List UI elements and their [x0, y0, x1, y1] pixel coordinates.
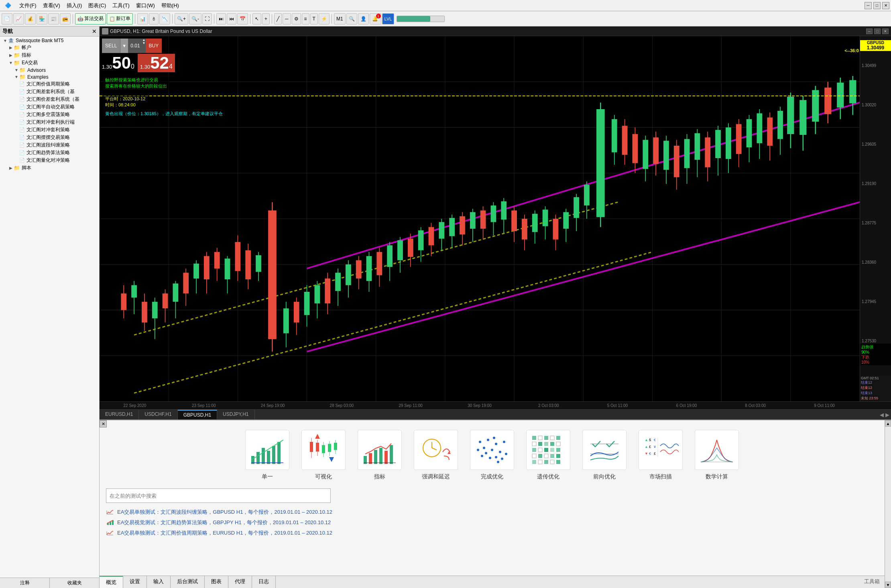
scroll-up-btn[interactable]: ▲	[885, 420, 891, 427]
buy-button[interactable]: BUY	[146, 39, 162, 53]
nav-broker[interactable]: ▼ 🏦 Swissquote Bank MT5	[1, 37, 98, 44]
bottom-tab-overview[interactable]: 概览	[100, 576, 123, 588]
nav-scripts[interactable]: ▶ 📁 脚本	[1, 164, 98, 172]
nav-ea-item-1[interactable]: 📄 文汇阁价值周期策略	[1, 80, 98, 88]
new-order-btn[interactable]: 📋 新订单	[107, 13, 133, 24]
crosshair-btn[interactable]: +	[262, 13, 270, 24]
menu-window[interactable]: 窗口(W)	[133, 1, 158, 10]
notification-btn[interactable]: 🔔1	[370, 13, 381, 24]
menu-insert[interactable]: 插入(I)	[63, 1, 85, 10]
nav-ea-item-3[interactable]: 📄 文汇阁价差套利系统（基	[1, 96, 98, 103]
news-btn[interactable]: 📰	[48, 13, 59, 24]
menu-tools[interactable]: 工具(T)	[109, 1, 133, 10]
nav-ea-item-7[interactable]: 📄 文汇阁对冲套利策略	[1, 126, 98, 134]
icon-cell-forward[interactable]: 前向优化	[582, 430, 627, 480]
bottom-tab-backend[interactable]: 后台测试	[171, 576, 205, 588]
icon-cell-math[interactable]: 数学计算	[695, 430, 739, 480]
sell-button[interactable]: SELL	[102, 39, 120, 53]
menu-help[interactable]: 帮助(H)	[158, 1, 182, 10]
time-label-1: 23 Sep 11:00	[169, 403, 238, 408]
window-maximize[interactable]: □	[873, 2, 881, 9]
bottom-tab-log[interactable]: 日志	[252, 576, 276, 588]
icon-cell-market[interactable]: ▲ $ € ▲ £ ¥ ▼ € £	[639, 430, 683, 480]
nav-ea-item-6[interactable]: 📄 文汇阁对冲套利执行端	[1, 118, 98, 126]
nav-tab-favorites[interactable]: 收藏夹	[50, 578, 99, 588]
nav-ea-item-8[interactable]: 📄 文汇阁摆摆交易策略	[1, 134, 98, 141]
indicator-tool-btn[interactable]: ⚡	[319, 13, 330, 24]
nav-tab-notes[interactable]: 注释	[0, 578, 50, 588]
icon-cell-visual[interactable]: 可视化	[301, 430, 346, 480]
bottom-scrollbar[interactable]: ▲ ▼	[885, 420, 891, 588]
m1-btn[interactable]: M1	[334, 13, 346, 24]
scroll-left-btn[interactable]: ⏮	[227, 13, 236, 24]
window-close[interactable]: ✕	[882, 2, 889, 9]
nav-ea-item-2[interactable]: 📄 文汇阁差套利系统（基	[1, 88, 98, 96]
chart-tab-arrows[interactable]: ◀ ▶	[878, 410, 891, 419]
svg-rect-207	[532, 436, 536, 440]
auto-scroll-btn[interactable]: ⛶	[202, 13, 212, 24]
scroll-down-btn[interactable]: ▼	[885, 582, 891, 588]
trend-btn[interactable]: ≡	[302, 13, 309, 24]
search-result-2[interactable]: EA交易视觉测试：文汇阁趋势算法策略，GBPJPY H1，每个报价，2019.0…	[106, 517, 878, 528]
nav-ea-item-10[interactable]: 📄 文汇阁趋势算法策略	[1, 149, 98, 157]
algo-trade-btn[interactable]: 🤖 算法交易	[75, 13, 106, 24]
lvl-btn[interactable]: LVL	[382, 13, 395, 24]
tab-gbpusd[interactable]: GBPUSD,H1	[178, 410, 217, 419]
bar-chart-btn[interactable]: 📊	[137, 13, 148, 24]
new-btn[interactable]: 📄	[2, 13, 12, 24]
tab-eurusd[interactable]: EURUSD,H1	[100, 410, 139, 419]
bottom-tab-input[interactable]: 输入	[147, 576, 171, 588]
market-btn[interactable]: 🏪	[37, 13, 47, 24]
nav-ea-item-4[interactable]: 📄 文汇阁半自动交易策略	[1, 103, 98, 111]
chart-close[interactable]: ✕	[882, 28, 889, 34]
nav-advisors-label: Advisors	[27, 67, 46, 73]
candle-btn[interactable]: 🕯	[149, 13, 159, 24]
cursor-btn[interactable]: ↖	[252, 13, 261, 24]
icon-cell-complete[interactable]: 完成优化	[470, 430, 514, 480]
chart-maximize[interactable]: □	[874, 28, 881, 34]
bottom-tab-settings[interactable]: 设置	[123, 576, 147, 588]
navigator-close[interactable]: ✕	[92, 28, 97, 35]
tab-usdjpy[interactable]: USDJPY,H1	[217, 410, 254, 419]
account-btn[interactable]: 💰	[25, 13, 36, 24]
window-minimize[interactable]: ─	[865, 2, 872, 9]
lot-arrows[interactable]: ▲ ▼	[142, 39, 146, 53]
chart-minimize[interactable]: ─	[866, 28, 873, 34]
nav-accounts[interactable]: ▶ 📁 帐户	[1, 44, 98, 51]
panel-close-btn[interactable]: ✕	[100, 420, 107, 427]
bottom-tab-chart[interactable]: 图表	[205, 576, 228, 588]
scroll-right-btn[interactable]: ⏭	[216, 13, 226, 24]
profile-btn[interactable]: 👤	[358, 13, 369, 24]
tab-usdchf[interactable]: USDCHF,H1	[139, 410, 177, 419]
zoom-out-btn[interactable]: 🔍-	[189, 13, 201, 24]
nav-ea-item-11[interactable]: 📄 文汇阁量化对冲策略	[1, 157, 98, 164]
nav-advisors[interactable]: ▼ 📁 Advisors	[1, 67, 98, 73]
sell-dropdown[interactable]: ▼	[120, 39, 128, 53]
nav-ea-item-9[interactable]: 📄 文汇阁波段纠缠策略	[1, 141, 98, 149]
search-input[interactable]	[106, 488, 331, 503]
chart-btn[interactable]: 📈	[13, 13, 24, 24]
icon-cell-single[interactable]: 单一	[245, 430, 289, 480]
line-btn[interactable]: 📉	[159, 13, 170, 24]
tools-btn[interactable]: ⚙	[292, 13, 301, 24]
hline-btn[interactable]: ─	[283, 13, 291, 24]
menu-view[interactable]: 查看(V)	[40, 1, 63, 10]
nav-examples[interactable]: ▼ 📁 Examples	[1, 73, 98, 80]
nav-indicators[interactable]: ▶ 📁 指标	[1, 51, 98, 59]
bottom-tab-proxy[interactable]: 代理	[228, 576, 252, 588]
line-tool-btn[interactable]: ╱	[274, 13, 282, 24]
icon-cell-emphasis[interactable]: 强调和延迟	[414, 430, 458, 480]
search-result-1[interactable]: EA交易单独测试：文汇阁波段纠缠策略，GBPUSD H1，每个报价，2019.0…	[106, 507, 878, 517]
period-btn[interactable]: 📅	[237, 13, 248, 24]
radio-btn[interactable]: 📻	[60, 13, 71, 24]
search-toolbar-btn[interactable]: 🔍	[346, 13, 357, 24]
menu-file[interactable]: 文件(F)	[16, 1, 40, 10]
icon-cell-genetic[interactable]: 遗传优化	[526, 430, 570, 480]
icon-cell-indicator[interactable]: 指标	[358, 430, 402, 480]
zoom-in-btn[interactable]: 🔍+	[175, 13, 188, 24]
search-result-3[interactable]: EA交易单独测试：文汇阁价值周期策略，EURUSD H1，每个报价，2019.0…	[106, 528, 878, 538]
nav-ea[interactable]: ▼ 📁 EA交易	[1, 59, 98, 67]
nav-ea-item-5[interactable]: 📄 文汇阁多空震荡策略	[1, 111, 98, 118]
menu-chart[interactable]: 图表(C)	[85, 1, 109, 10]
text-btn[interactable]: T	[310, 13, 318, 24]
